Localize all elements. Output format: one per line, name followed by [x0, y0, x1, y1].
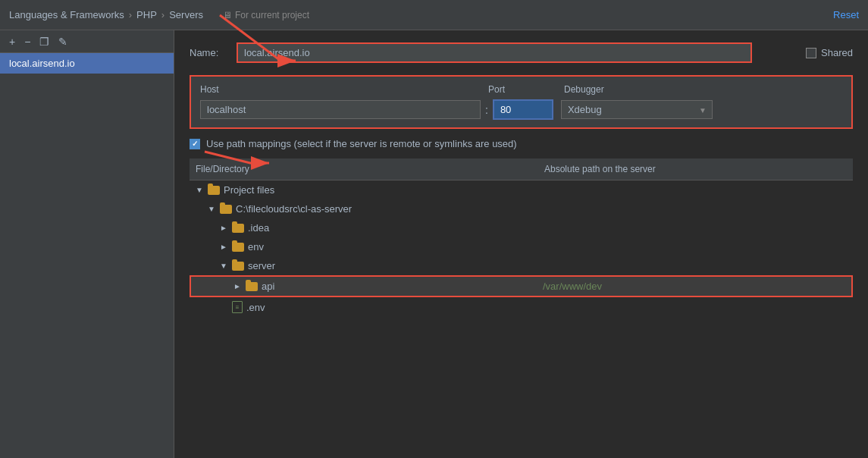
tree-header: File/Directory Absolute path on the serv…	[190, 158, 853, 180]
expand-icon[interactable]: ►	[233, 282, 243, 290]
abs-path-header: Absolute path on the server	[538, 162, 853, 177]
file-tree-table: File/Directory Absolute path on the serv…	[190, 158, 853, 317]
copy-server-button[interactable]: ❐	[36, 34, 52, 49]
item-name: C:\filecloudsrc\cl-as-server	[236, 203, 352, 215]
collapse-icon[interactable]: ▼	[196, 186, 205, 194]
abs-cell-idea	[538, 227, 853, 230]
port-label: Port	[488, 84, 556, 95]
file-dir-header: File/Directory	[190, 162, 538, 177]
folder-icon	[232, 243, 244, 252]
sidebar-toolbar: + − ❐ ✎	[0, 30, 174, 53]
debugger-wrapper: Xdebug Zend Debugger ▼	[561, 100, 713, 119]
item-name: Project files	[224, 184, 274, 196]
shared-row: Shared	[806, 47, 853, 58]
reset-button[interactable]: Reset	[833, 9, 859, 20]
tree-row-api[interactable]: ► api /var/www/dev	[190, 275, 853, 297]
debugger-select[interactable]: Xdebug Zend Debugger	[561, 100, 713, 119]
collapse-icon[interactable]: ▼	[220, 262, 229, 270]
abs-cell-api: /var/www/dev	[540, 279, 851, 293]
tree-body: ▼ Project files ▼ C:\filecloudsrc\cl-as-…	[190, 180, 853, 317]
item-name: api	[262, 281, 274, 292]
remove-server-button[interactable]: −	[21, 34, 33, 49]
path-mappings-checkbox[interactable]: ✓	[190, 139, 200, 149]
tree-cell-server: ▼ server	[190, 259, 538, 273]
content-wrapper: Name: Shared Host Port Debugger :	[174, 30, 868, 458]
host-label: Host	[200, 84, 481, 95]
expand-icon[interactable]: ►	[220, 243, 229, 251]
port-input[interactable]	[493, 99, 553, 120]
file-icon: ≡	[232, 301, 243, 313]
for-current-project-label: For current project	[235, 10, 309, 20]
edit-server-button[interactable]: ✎	[55, 34, 71, 49]
collapse-icon[interactable]: ▼	[208, 205, 217, 213]
item-name: .env	[246, 302, 265, 313]
sidebar-item-local-airsend[interactable]: local.airsend.io	[0, 53, 174, 74]
host-port-inputs: : Xdebug Zend Debugger ▼	[200, 99, 842, 120]
tree-cell-filecloudsrc: ▼ C:\filecloudsrc\cl-as-server	[190, 202, 538, 216]
header-bar: Languages & Frameworks › PHP › Servers 🖥…	[0, 0, 868, 30]
name-row: Name: Shared	[190, 42, 853, 63]
abs-cell-server	[538, 265, 853, 268]
item-name: server	[248, 260, 275, 271]
folder-icon	[246, 282, 258, 291]
debugger-label: Debugger	[564, 84, 604, 95]
path-mappings-label: Use path mappings (select if the server …	[206, 138, 517, 149]
checkmark-icon: ✓	[192, 140, 198, 148]
name-label: Name:	[190, 47, 227, 58]
item-name: env	[248, 241, 264, 253]
tree-cell-env: ► env	[190, 240, 538, 254]
tree-cell-project-files: ▼ Project files	[190, 183, 538, 197]
tree-row[interactable]: ▼ Project files	[190, 180, 853, 199]
colon-separator: :	[485, 104, 488, 116]
folder-icon	[220, 205, 232, 214]
breadcrumb-sep-2: ›	[161, 9, 165, 20]
expand-icon[interactable]: ►	[220, 224, 229, 232]
breadcrumb-sep-1: ›	[129, 9, 132, 20]
name-input[interactable]	[237, 42, 752, 63]
monitor-icon: 🖥	[223, 10, 232, 20]
shared-label: Shared	[821, 47, 853, 58]
breadcrumb: Languages & Frameworks › PHP › Servers 🖥…	[9, 9, 309, 20]
tree-row[interactable]: ► ≡ .env	[190, 297, 853, 317]
shared-checkbox[interactable]	[806, 48, 816, 58]
folder-icon	[232, 224, 244, 233]
host-port-labels: Host Port Debugger	[200, 84, 842, 95]
breadcrumb-item-php: PHP	[136, 9, 157, 20]
item-name: .idea	[248, 222, 269, 234]
abs-cell-dotenv	[538, 306, 853, 309]
abs-cell-filecloudsrc	[538, 208, 853, 211]
sidebar: + − ❐ ✎ local.airsend.io	[0, 30, 174, 458]
sidebar-list: local.airsend.io	[0, 53, 174, 458]
abs-cell-project-files	[538, 189, 853, 192]
path-mappings-row: ✓ Use path mappings (select if the serve…	[190, 138, 853, 149]
tree-row[interactable]: ► env	[190, 237, 853, 256]
abs-cell-env	[538, 246, 853, 249]
for-current-project: 🖥 For current project	[223, 10, 309, 20]
tree-cell-dotenv: ► ≡ .env	[190, 300, 538, 315]
tree-cell-idea: ► .idea	[190, 221, 538, 235]
host-input[interactable]	[200, 100, 481, 119]
tree-cell-api: ► api	[191, 279, 540, 293]
add-server-button[interactable]: +	[6, 34, 18, 49]
content-area: Name: Shared Host Port Debugger :	[174, 30, 868, 329]
tree-row[interactable]: ▼ server	[190, 256, 853, 275]
folder-icon	[208, 186, 220, 195]
breadcrumb-item-languages: Languages & Frameworks	[9, 9, 124, 20]
folder-icon	[232, 262, 244, 271]
host-port-section: Host Port Debugger : Xdebug Zend Debugge…	[190, 75, 853, 129]
tree-row[interactable]: ► .idea	[190, 218, 853, 237]
breadcrumb-item-servers: Servers	[169, 9, 203, 20]
main-container: + − ❐ ✎ local.airsend.io Name: Shared	[0, 30, 868, 458]
tree-row[interactable]: ▼ C:\filecloudsrc\cl-as-server	[190, 199, 853, 218]
